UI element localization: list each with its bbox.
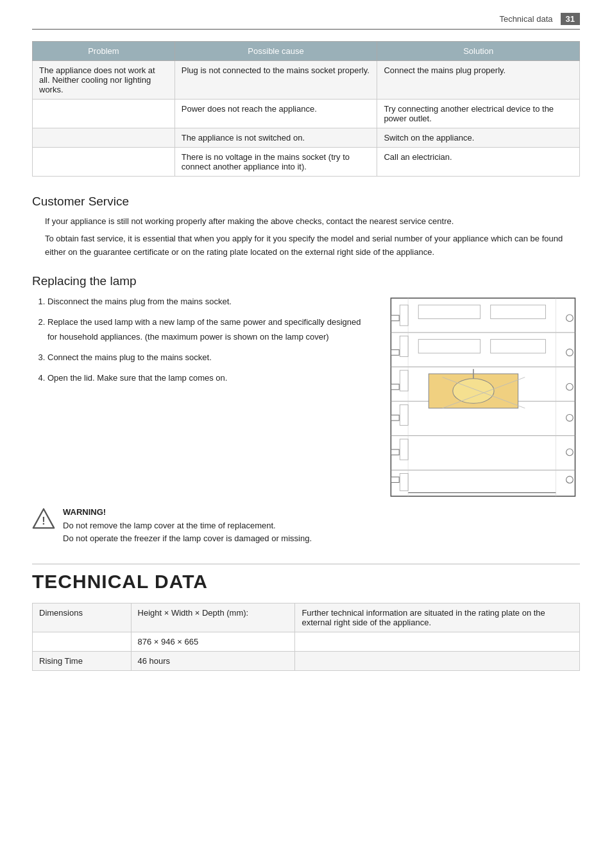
table-header-solution: Solution [377,42,580,61]
warning-line-1: Do not remove the lamp cover at the time… [63,521,276,530]
customer-service-section: Customer Service If your appliance is st… [32,195,580,259]
lamp-diagram [387,295,580,503]
technical-data-section: TECHNICAL DATA Dimensions Height × Width… [32,564,580,671]
tech-info [295,652,580,671]
tech-label: Dimensions [33,603,132,632]
tech-value: 876 × 946 × 665 [131,632,295,652]
page-header: Technical data 31 [32,13,580,30]
table-header-cause: Possible cause [174,42,377,61]
tech-data-heading: TECHNICAL DATA [32,571,580,593]
customer-service-para-1: If your appliance is still not working p… [45,215,580,229]
table-row: The appliance is not switched on. Switch… [33,128,580,148]
table-cell-problem [33,100,175,128]
replacing-lamp-section: Replacing the lamp Disconnect the mains … [32,274,580,546]
trouble-table: Problem Possible cause Solution The appl… [32,41,580,177]
customer-service-title: Customer Service [32,195,580,209]
replacing-lamp-title: Replacing the lamp [32,274,580,288]
tech-table-row: Rising Time 46 hours [33,652,580,671]
warning-box: ! WARNING! Do not remove the lamp cover … [32,506,580,546]
warning-text: WARNING! Do not remove the lamp cover at… [63,506,312,546]
svg-text:!: ! [42,515,45,526]
table-cell-solution: Connect the mains plug properly. [377,61,580,100]
warning-title: WARNING! [63,507,106,517]
tech-table-row: Dimensions Height × Width × Depth (mm): … [33,603,580,632]
table-cell-cause: Power does not reach the appliance. [174,100,377,128]
table-cell-problem: The appliance does not work at all. Neit… [33,61,175,100]
page-number: 31 [561,13,580,25]
tech-info: Further technical information are situat… [295,603,580,632]
customer-service-para-2: To obtain fast service, it is essential … [45,232,580,259]
warning-icon: ! [32,507,55,530]
table-cell-cause: Plug is not connected to the mains socke… [174,61,377,100]
section-divider [32,564,580,564]
lamp-step-item: Open the lid. Make sure that the lamp co… [47,371,372,385]
lamp-steps-list: Disconnect the mains plug from the mains… [47,295,372,385]
table-cell-problem [33,148,175,177]
table-cell-solution: Call an electrician. [377,148,580,177]
tech-table-row: 876 × 946 × 665 [33,632,580,652]
tech-info [295,632,580,652]
lamp-step-item: Replace the used lamp with a new lamp of… [47,315,372,343]
table-cell-cause: The appliance is not switched on. [174,128,377,148]
table-row: The appliance does not work at all. Neit… [33,61,580,100]
header-title: Technical data [499,14,552,24]
tech-data-table: Dimensions Height × Width × Depth (mm): … [32,603,580,671]
tech-label: Rising Time [33,652,132,671]
lamp-steps: Disconnect the mains plug from the mains… [32,295,372,391]
warning-line-2: Do not operate the freezer if the lamp c… [63,534,312,543]
customer-service-body: If your appliance is still not working p… [45,215,580,259]
table-cell-solution: Switch on the appliance. [377,128,580,148]
lamp-diagram-svg [387,295,580,501]
table-row: Power does not reach the appliance. Try … [33,100,580,128]
lamp-step-item: Disconnect the mains plug from the mains… [47,295,372,309]
lamp-step-item: Connect the mains plug to the mains sock… [47,351,372,365]
tech-value: Height × Width × Depth (mm): [131,603,295,632]
table-cell-solution: Try connecting another electrical device… [377,100,580,128]
table-header-problem: Problem [33,42,175,61]
table-cell-problem [33,128,175,148]
lamp-content: Disconnect the mains plug from the mains… [32,295,580,503]
table-cell-cause: There is no voltage in the mains socket … [174,148,377,177]
tech-label [33,632,132,652]
table-row: There is no voltage in the mains socket … [33,148,580,177]
tech-value: 46 hours [131,652,295,671]
